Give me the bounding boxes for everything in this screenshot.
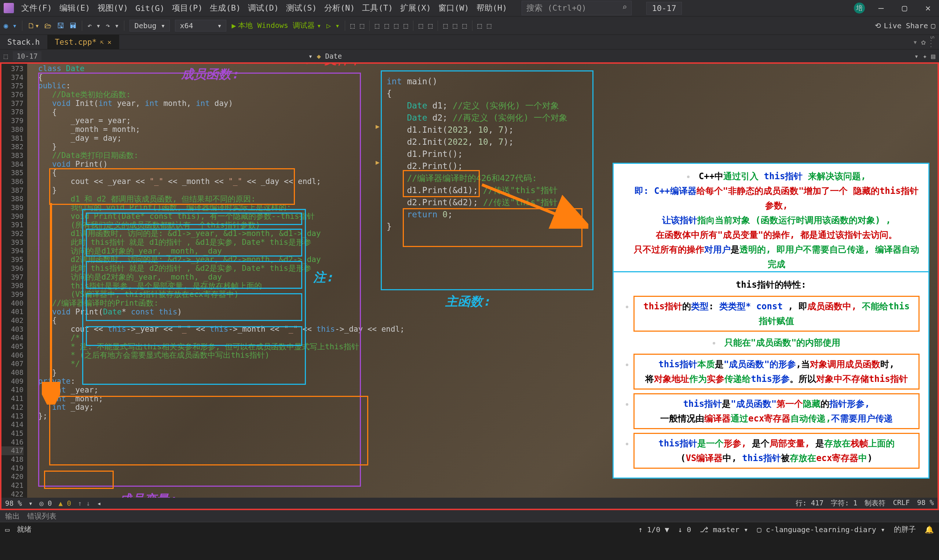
tb-icon[interactable]: ⬚ xyxy=(350,21,355,30)
overlay-note-d2 xyxy=(86,293,302,321)
maximize-button[interactable]: ▢ xyxy=(897,3,912,13)
eol-indicator[interactable]: CRLF xyxy=(893,498,910,508)
warn-count[interactable]: ▲ 0 xyxy=(59,499,71,507)
nav-project[interactable]: 10-17 xyxy=(13,51,41,61)
tb-icon[interactable]: ⬚ xyxy=(384,21,389,30)
tb-icon[interactable]: ⬚ xyxy=(360,21,364,30)
menu-file[interactable]: 文件(F) xyxy=(21,3,52,14)
tab-bar: Stack.h Test.cpp*⇱✕ ▾ ✿ S... xyxy=(0,34,939,49)
note2-title: this指针的特性: xyxy=(623,277,920,292)
vs-logo-icon xyxy=(4,3,14,13)
output-tab[interactable]: 输出 xyxy=(5,511,20,521)
pin-icon[interactable]: ⇱ xyxy=(100,38,104,45)
overlay-compiled-print xyxy=(49,396,368,465)
nav-icon[interactable]: ⬚ xyxy=(4,52,8,60)
overlay-note-d1 xyxy=(86,261,302,289)
menu-view[interactable]: 视图(V) xyxy=(97,3,128,14)
open-icon[interactable]: 🗁 xyxy=(45,21,52,30)
label-main-func: 主函数: xyxy=(445,293,490,310)
nav-symbol[interactable]: Date xyxy=(325,52,342,60)
tb-icon[interactable]: ⬚ xyxy=(443,21,447,30)
toolbar: ◉ ▾ 🗋▾ 🗁 🖫 🖬 ↶ ▾ ↷ ▾ Debug▾ x64▾ ▶ 本地 Wi… xyxy=(0,16,939,34)
menu-help[interactable]: 帮助(H) xyxy=(476,3,507,14)
search-icon: ⌕ xyxy=(622,3,627,14)
tb-icon[interactable]: ⬚ xyxy=(394,21,398,30)
errorlist-tab[interactable]: 错误列表 xyxy=(27,511,57,521)
back-icon[interactable]: ◉ ▾ xyxy=(4,21,17,30)
ready-label: 就绪 xyxy=(17,525,32,534)
overlay-note-stack xyxy=(86,326,302,346)
redo-icon[interactable]: ↷ ▾ xyxy=(106,21,119,30)
tb-icon[interactable]: ⬚ xyxy=(428,21,432,30)
tab-stack-h[interactable]: Stack.h xyxy=(0,35,48,49)
col-indicator[interactable]: 字符: 1 xyxy=(831,498,857,508)
breakpoint-arrow-icon: ▶ xyxy=(376,158,379,166)
code-navbar: ⬚ 10-17 ▾ ◆ Date ▾ ✦ ▤ xyxy=(0,49,939,62)
label-member-func: 成员函数: xyxy=(181,66,238,83)
git-branch[interactable]: ⎇ master ▾ xyxy=(700,525,748,534)
search-box[interactable]: 搜索 (Ctrl+Q)⌕ xyxy=(521,1,632,15)
menu-tools[interactable]: 工具(T) xyxy=(362,3,393,14)
config-select[interactable]: Debug▾ xyxy=(130,20,170,32)
overlay-compiled-calls xyxy=(403,208,583,247)
nav-right-icons[interactable]: ▾ ✦ ▤ xyxy=(914,52,935,60)
git-changes[interactable]: ↑ 1/0 ▼ xyxy=(638,525,669,534)
tb-icon[interactable]: ⬚ xyxy=(404,21,408,30)
overlay-print-box xyxy=(49,168,295,205)
editor-area[interactable]: 3733743753763773783793803813823833843853… xyxy=(0,62,939,510)
menu-test[interactable]: 测试(S) xyxy=(286,3,317,14)
tb-icon[interactable]: ⬚ xyxy=(478,21,482,30)
tb-icon[interactable]: ⬚ xyxy=(487,21,492,30)
solution-name[interactable]: 10-17 xyxy=(646,2,682,15)
line-number-gutter: 3733743753763773783793803813823833843853… xyxy=(2,64,27,509)
note-panel-1: C++中通过引入 this指针 来解决该问题, 即: C++编译器给每个"非静态… xyxy=(612,163,930,278)
solution-explorer-icon[interactable]: S... xyxy=(930,36,935,48)
tb-icon[interactable]: ⬚ xyxy=(462,21,467,30)
git-add[interactable]: ↓ 0 xyxy=(678,525,691,534)
save-all-icon[interactable]: 🖬 xyxy=(69,21,77,30)
menu-build[interactable]: 生成(B) xyxy=(210,3,241,14)
zoom2[interactable]: 98 % xyxy=(917,498,934,508)
menu-git[interactable]: Git(G) xyxy=(135,4,164,13)
zoom-level[interactable]: 98 % xyxy=(5,499,22,507)
titlebar: 文件(F) 编辑(E) 视图(V) Git(G) 项目(P) 生成(B) 调试(… xyxy=(0,0,939,16)
overlay-private-box xyxy=(44,471,114,489)
close-tab-icon[interactable]: ✕ xyxy=(108,38,111,46)
menu-ext[interactable]: 扩展(X) xyxy=(400,3,431,14)
menu-window[interactable]: 窗口(W) xyxy=(438,3,469,14)
minimize-button[interactable]: — xyxy=(874,3,888,13)
output-icon[interactable]: ▭ xyxy=(5,525,9,534)
menu-edit[interactable]: 编辑(E) xyxy=(59,3,90,14)
liveshare-button[interactable]: ⟲Live Share▢ xyxy=(875,21,935,30)
tb-icon[interactable]: ⬚ xyxy=(453,21,457,30)
tb-icon[interactable]: ⬚ xyxy=(375,21,379,30)
close-button[interactable]: ✕ xyxy=(920,3,935,13)
tb-icon[interactable]: ⬚ xyxy=(418,21,423,30)
breakpoint-arrow-icon: ▶ xyxy=(376,122,379,130)
start-debug-button[interactable]: ▶ 本地 Windows 调试器 ▾ xyxy=(231,20,321,31)
note-panel-2: this指针的特性: this指针的类型: 类类型* const , 即成员函数… xyxy=(612,271,930,478)
menu-debug[interactable]: 调试(D) xyxy=(248,3,279,14)
line-indicator[interactable]: 行: 417 xyxy=(796,498,823,508)
overlay-note-hidden xyxy=(86,229,302,257)
overlay-note-reason xyxy=(86,212,302,225)
menu-project[interactable]: 项目(P) xyxy=(172,3,203,14)
user-suffix: 的胖子 xyxy=(894,525,916,534)
new-icon[interactable]: 🗋▾ xyxy=(28,21,39,30)
indent-indicator[interactable]: 制表符 xyxy=(865,498,885,508)
platform-select[interactable]: x64▾ xyxy=(175,20,226,32)
statusbar: ▭ 就绪 ↑ 1/0 ▼ ↓ 0 ⎇ master ▾ ▢ c-language… xyxy=(0,522,939,537)
git-repo[interactable]: ▢ c-language-learning-diary ▾ xyxy=(757,525,885,534)
issues-count[interactable]: ◎ 0 xyxy=(39,499,52,507)
save-icon[interactable]: 🖫 xyxy=(57,21,64,30)
tab-test-cpp[interactable]: Test.cpp*⇱✕ xyxy=(48,35,119,49)
menu-analyze[interactable]: 分析(N) xyxy=(324,3,355,14)
tab-dropdown-icon[interactable]: ▾ xyxy=(913,38,918,46)
start-nodebug-button[interactable]: ▷ ▾ xyxy=(327,21,340,30)
settings-icon[interactable]: ✿ xyxy=(921,38,926,46)
user-avatar[interactable]: 培 xyxy=(854,3,865,14)
editor-statusbar: 98 %▾ ◎ 0 ▲ 0 ↑ ↓ ◂ 行: 417 字符: 1 制表符 CRL… xyxy=(2,498,937,509)
undo-icon[interactable]: ↶ ▾ xyxy=(87,21,100,30)
bell-icon[interactable]: 🔔 xyxy=(925,525,934,534)
bottom-panel-tabs: 输出 错误列表 xyxy=(0,510,939,522)
